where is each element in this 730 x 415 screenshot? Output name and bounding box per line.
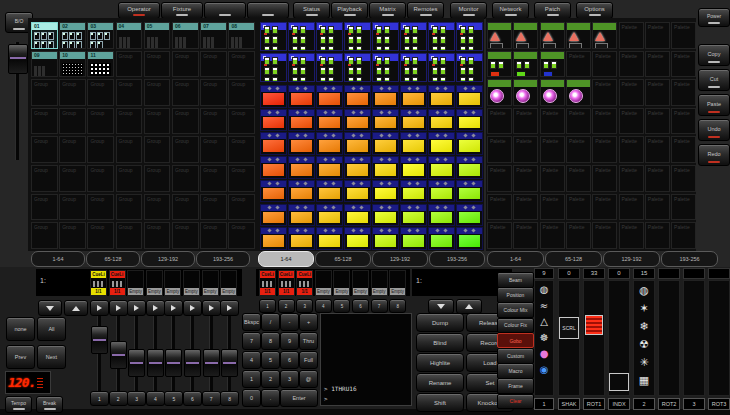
palette-cell[interactable]: Palette <box>671 108 696 135</box>
attribute-button-clear[interactable]: Clear <box>497 394 534 410</box>
palette-cell[interactable]: Palette <box>540 136 565 163</box>
tab-1-64[interactable]: 1-64 <box>31 251 85 267</box>
colour-swatch-cell[interactable] <box>316 156 343 179</box>
fader-knob[interactable] <box>221 349 238 377</box>
group-cell[interactable]: Group <box>172 136 199 163</box>
group-cell[interactable]: Group <box>59 108 86 135</box>
group-cell[interactable]: Group <box>116 79 143 106</box>
pink-gobo[interactable]: ● <box>535 345 553 361</box>
keypad-9[interactable]: 9 <box>280 332 299 350</box>
colour-swatch-cell[interactable] <box>400 132 427 155</box>
keypad-/[interactable]: / <box>261 313 280 331</box>
colour-palette-cell[interactable] <box>260 22 287 51</box>
colour-swatch-cell[interactable] <box>344 204 371 227</box>
triangle-gobo[interactable]: △ <box>535 313 553 329</box>
group-cell[interactable]: Group <box>87 108 114 135</box>
colour-swatch-cell[interactable] <box>428 156 455 179</box>
fader-knob[interactable] <box>184 349 201 377</box>
colour-swatch-cell[interactable] <box>400 227 427 250</box>
palette-cell[interactable]: Palette <box>566 136 591 163</box>
colour-swatch-cell[interactable] <box>428 85 455 108</box>
group-cell[interactable]: Group <box>116 108 143 135</box>
colour-swatch-cell[interactable] <box>428 109 455 132</box>
playback-select-button[interactable]: 3 <box>296 299 313 313</box>
tab-65-128[interactable]: 65-128 <box>315 251 371 267</box>
select-button-none[interactable]: none <box>6 317 35 341</box>
flash-button[interactable] <box>202 300 221 316</box>
fader-number-button[interactable]: 4 <box>146 391 165 406</box>
group-cell[interactable]: Group <box>144 136 171 163</box>
colour-swatch-cell[interactable] <box>400 109 427 132</box>
colour-palette-cell[interactable] <box>288 22 315 51</box>
colour-swatch-cell[interactable] <box>372 156 399 179</box>
colour-swatch-cell[interactable] <box>400 180 427 203</box>
fader-knob[interactable] <box>165 349 182 377</box>
fan-gobo[interactable]: ☸ <box>535 329 553 345</box>
keypad-full[interactable]: Full <box>299 351 318 369</box>
palette-cell[interactable]: Palette <box>540 165 565 192</box>
colour-swatch-cell[interactable] <box>344 85 371 108</box>
colour-swatch-cell[interactable] <box>400 204 427 227</box>
power-button[interactable]: Power <box>698 8 730 27</box>
action-button-blind[interactable]: Blind <box>416 333 464 352</box>
group-cell[interactable]: Group <box>172 108 199 135</box>
palette-cell[interactable]: Palette <box>513 165 538 192</box>
palette-cell[interactable]: Palette <box>540 194 565 221</box>
palette-cell[interactable]: Palette <box>592 79 617 106</box>
tab-193-256[interactable]: 193-256 <box>661 251 718 267</box>
playback-select-button[interactable]: 4 <box>315 299 332 313</box>
palette-cell[interactable]: Palette <box>487 222 512 249</box>
flash-button[interactable] <box>127 300 146 316</box>
playback-cell[interactable]: CueLi1/1 <box>259 270 276 296</box>
palette-cell[interactable] <box>540 51 565 78</box>
group-cell[interactable]: Group <box>200 108 227 135</box>
colour-swatch-cell[interactable] <box>456 204 483 227</box>
playback-cell[interactable]: Empty <box>127 270 144 296</box>
action-button-dump[interactable]: Dump <box>416 313 464 332</box>
group-cell[interactable]: 05 <box>144 22 171 49</box>
group-cell[interactable]: 07 <box>200 22 227 49</box>
colour-swatch-cell[interactable] <box>456 109 483 132</box>
toolbar-button-remotes[interactable]: Remotes <box>407 2 444 19</box>
command-line-window[interactable]: > 1THRU16> <box>320 313 412 406</box>
keypad-bkspc[interactable]: Bkspc <box>242 313 261 331</box>
playback-cell[interactable]: CueLi1/1 <box>278 270 295 296</box>
toolbar-button-options[interactable]: Options <box>576 2 613 19</box>
colour-swatch-cell[interactable] <box>288 132 315 155</box>
group-cell[interactable]: Group <box>228 222 255 249</box>
toolbar-button-status[interactable]: Status <box>293 2 330 19</box>
palette-cell[interactable] <box>592 22 617 49</box>
toolbar-button-monitor[interactable]: Monitor <box>450 2 487 19</box>
group-cell[interactable]: Group <box>228 79 255 106</box>
colour-palette-cell[interactable] <box>372 22 399 51</box>
palette-cell[interactable]: Palette <box>540 108 565 135</box>
colour-palette-cell[interactable] <box>288 53 315 82</box>
tab-129-192[interactable]: 129-192 <box>603 251 660 267</box>
colour-palette-cell[interactable] <box>400 22 427 51</box>
playback-cell[interactable]: Empty <box>220 270 237 296</box>
group-cell[interactable]: Group <box>200 222 227 249</box>
colour-swatch-cell[interactable] <box>260 180 287 203</box>
palette-cell[interactable]: Palette <box>513 194 538 221</box>
keypad-0[interactable]: 0 <box>242 389 261 407</box>
palette-cell[interactable] <box>540 79 565 106</box>
group-cell[interactable]: 10 <box>59 51 86 78</box>
colour-swatch-cell[interactable] <box>372 85 399 108</box>
group-cell[interactable]: Group <box>87 194 114 221</box>
group-cell[interactable]: 11 <box>87 51 114 78</box>
group-cell[interactable]: Group <box>59 222 86 249</box>
colour-palette-cell[interactable] <box>400 53 427 82</box>
edit-button-redo[interactable]: Redo <box>698 144 730 166</box>
fader-number-button[interactable]: 7 <box>202 391 221 406</box>
blue-gobo[interactable]: ◉ <box>535 361 553 377</box>
rotate3-encoder-track[interactable] <box>708 280 730 396</box>
keypad-3[interactable]: 3 <box>280 370 299 388</box>
group-cell[interactable]: Group <box>228 108 255 135</box>
tab-65-128[interactable]: 65-128 <box>86 251 140 267</box>
page-up-button[interactable] <box>456 299 482 314</box>
palette-cell[interactable]: Palette <box>487 165 512 192</box>
palette-cell[interactable]: Palette <box>566 222 591 249</box>
group-cell[interactable]: Group <box>144 222 171 249</box>
colour-swatch-cell[interactable] <box>456 156 483 179</box>
tab-129-192[interactable]: 129-192 <box>372 251 428 267</box>
